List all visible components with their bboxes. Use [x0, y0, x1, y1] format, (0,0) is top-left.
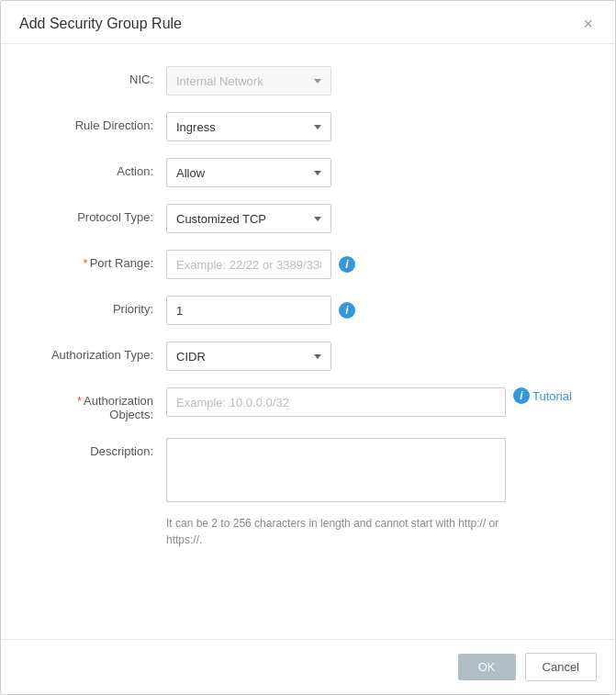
auth-objects-input-row: i Tutorial	[166, 387, 578, 417]
add-security-group-rule-dialog: Add Security Group Rule × NIC: Internal …	[0, 0, 616, 695]
tutorial-label: Tutorial	[532, 389, 572, 403]
description-hint: It can be 2 to 256 characters in length …	[166, 515, 506, 548]
nic-row: NIC: Internal Network	[38, 66, 578, 95]
auth-type-control: CIDR Security Group	[166, 342, 578, 371]
cancel-button[interactable]: Cancel	[525, 653, 597, 681]
action-row: Action: Allow Deny	[38, 158, 578, 187]
description-control: It can be 2 to 256 characters in length …	[166, 438, 578, 548]
nic-label: NIC:	[38, 66, 166, 86]
port-range-row: *Port Range: i	[38, 250, 578, 279]
dialog-header: Add Security Group Rule ×	[1, 1, 615, 44]
dialog-footer: OK Cancel	[1, 639, 615, 694]
description-row: Description: It can be 2 to 256 characte…	[38, 438, 578, 548]
rule-direction-row: Rule Direction: Ingress Egress	[38, 112, 578, 141]
auth-objects-required-star: *	[77, 394, 82, 408]
tutorial-info-icon: i	[513, 387, 530, 404]
protocol-type-select[interactable]: Customized TCP All Custom UDP SSH HTTP H…	[166, 204, 331, 233]
port-range-required-star: *	[84, 256, 88, 270]
ok-button[interactable]: OK	[458, 654, 516, 680]
tutorial-link[interactable]: i Tutorial	[513, 387, 572, 404]
nic-control: Internal Network	[166, 66, 578, 95]
port-range-label: *Port Range:	[38, 250, 166, 270]
rule-direction-label: Rule Direction:	[38, 112, 166, 132]
protocol-type-label: Protocol Type:	[38, 204, 166, 224]
dialog-body: NIC: Internal Network Rule Direction: In…	[1, 44, 615, 639]
description-textarea[interactable]	[166, 438, 506, 502]
action-control: Allow Deny	[166, 158, 578, 187]
auth-type-label: Authorization Type:	[38, 342, 166, 362]
dialog-title: Add Security Group Rule	[19, 16, 182, 32]
priority-input[interactable]	[166, 296, 331, 325]
auth-type-row: Authorization Type: CIDR Security Group	[38, 342, 578, 371]
port-range-input[interactable]	[166, 250, 331, 279]
action-select[interactable]: Allow Deny	[166, 158, 331, 187]
auth-type-select[interactable]: CIDR Security Group	[166, 342, 331, 371]
protocol-type-row: Protocol Type: Customized TCP All Custom…	[38, 204, 578, 233]
auth-objects-label: *Authorization Objects:	[38, 387, 166, 421]
rule-direction-control: Ingress Egress	[166, 112, 578, 141]
priority-row: Priority: i	[38, 296, 578, 325]
action-label: Action:	[38, 158, 166, 178]
priority-label: Priority:	[38, 296, 166, 316]
priority-info-icon[interactable]: i	[339, 302, 355, 319]
auth-objects-row: *Authorization Objects: i Tutorial	[38, 387, 578, 421]
priority-control: i	[166, 296, 578, 325]
auth-objects-control: i Tutorial	[166, 387, 578, 417]
rule-direction-select[interactable]: Ingress Egress	[166, 112, 331, 141]
port-range-info-icon[interactable]: i	[339, 256, 355, 273]
port-range-control: i	[166, 250, 578, 279]
nic-select: Internal Network	[166, 66, 331, 95]
auth-objects-input[interactable]	[166, 387, 506, 417]
description-label: Description:	[38, 438, 166, 458]
protocol-type-control: Customized TCP All Custom UDP SSH HTTP H…	[166, 204, 578, 233]
close-button[interactable]: ×	[579, 16, 597, 32]
